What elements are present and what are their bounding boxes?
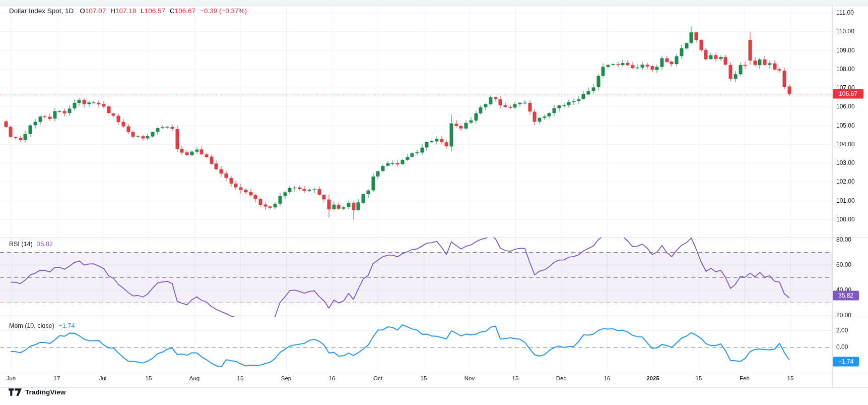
chart-canvas[interactable] <box>0 0 868 405</box>
time-tick-label: Sep <box>281 375 291 381</box>
price-tick-label: 103.00 <box>836 159 855 166</box>
panel-separator[interactable] <box>0 237 868 238</box>
mom-tick-label: 2.00 <box>836 327 848 334</box>
time-tick-label: Nov <box>464 375 475 381</box>
mom-tick-label: 0.00 <box>836 343 848 351</box>
main-legend: Dollar Index Spot, 1D O107.07 H107.18 L1… <box>9 7 247 15</box>
time-tick-label: Dec <box>556 375 566 381</box>
ohlc-high: H107.18 <box>110 7 136 15</box>
time-tick-label: 15 <box>237 375 244 381</box>
tradingview-logo-text: TradingView <box>25 388 65 396</box>
price-tick-label: 108.00 <box>836 66 855 73</box>
time-tick-label: 15 <box>787 375 794 381</box>
time-tick-label: 15 <box>421 375 427 381</box>
price-tick-label: 106.00 <box>836 103 855 110</box>
rsi-value-badge: 35.82 <box>833 291 859 301</box>
time-tick-label: 15 <box>512 375 519 381</box>
rsi-title[interactable]: RSI (14) <box>9 241 33 248</box>
time-tick-label: Feb <box>740 375 750 381</box>
rsi-legend: RSI (14) 35.82 <box>9 241 53 248</box>
price-tick-label: 101.00 <box>836 197 855 204</box>
rsi-value: 35.82 <box>37 241 53 248</box>
price-tick-label: 110.00 <box>836 28 854 35</box>
time-tick-label: 17 <box>54 375 60 381</box>
ohlc-low: L106.57 <box>141 7 165 15</box>
price-tick-label: 102.00 <box>836 178 855 185</box>
ohlc-open: O107.07 <box>80 7 106 15</box>
time-tick-label: 16 <box>604 375 611 381</box>
panel-separator[interactable] <box>0 318 868 318</box>
time-tick-label: Aug <box>189 375 199 381</box>
mom-legend: Mom (10, close) −1.74 <box>9 322 75 329</box>
rsi-tick-label: 20.00 <box>836 312 851 319</box>
price-tick-label: 100.00 <box>836 216 855 223</box>
rsi-tick-label: 80.00 <box>836 236 851 243</box>
price-tick-label: 105.00 <box>836 122 855 129</box>
time-tick-label: Jul <box>99 375 107 381</box>
time-tick-label: Oct <box>373 375 382 381</box>
bottom-separator <box>0 387 868 388</box>
ohlc-close: C106.67 <box>170 7 195 15</box>
last-price-badge: 106.67 <box>833 89 863 99</box>
mom-value: −1.74 <box>59 322 75 329</box>
change-value: −0.39 (−0.37%) <box>200 7 247 15</box>
rsi-tick-label: 60.00 <box>836 261 851 268</box>
mom-title[interactable]: Mom (10, close) <box>9 322 54 329</box>
price-tick-label: 104.00 <box>836 141 855 148</box>
symbol-title[interactable]: Dollar Index Spot, 1D <box>9 7 74 15</box>
tradingview-logo-icon <box>9 388 22 396</box>
time-tick-label: Jun <box>7 375 16 381</box>
chart-widget: Dollar Index Spot, 1D O107.07 H107.18 L1… <box>0 0 868 405</box>
top-strip <box>0 0 868 6</box>
mom-value-badge: −1.74 <box>833 357 859 366</box>
time-tick-label: 16 <box>329 375 336 381</box>
time-tick-label: 2025 <box>646 375 659 381</box>
tradingview-logo[interactable]: TradingView <box>9 388 65 396</box>
time-tick-label: 15 <box>696 375 702 381</box>
time-tick-label: 15 <box>146 375 152 381</box>
price-tick-label: 111.00 <box>836 9 854 16</box>
price-tick-label: 109.00 <box>836 47 855 54</box>
time-axis[interactable] <box>0 372 868 387</box>
